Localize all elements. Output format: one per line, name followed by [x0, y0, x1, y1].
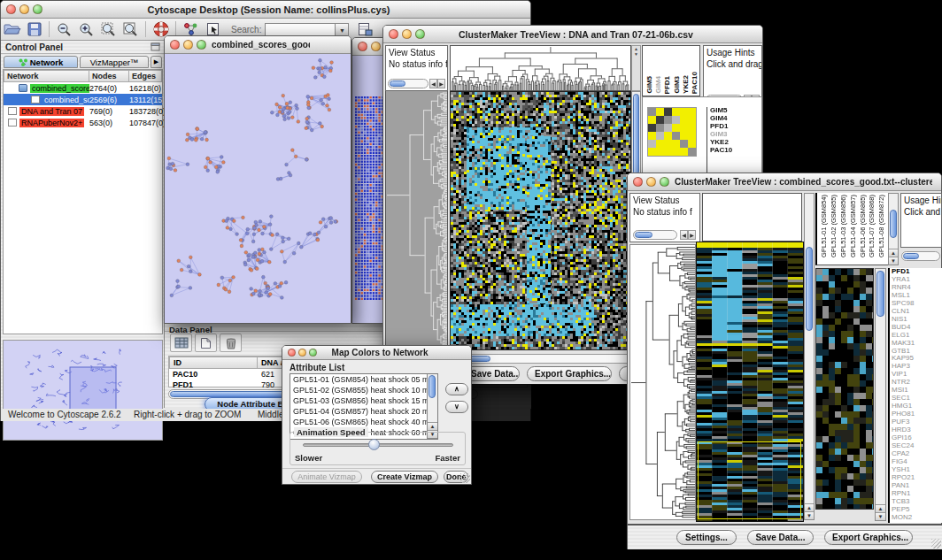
zoom-selected-button[interactable] [97, 20, 120, 39]
zoom-heatmap-cell[interactable] [648, 116, 656, 124]
delete-attribute-button[interactable] [220, 334, 242, 352]
tab-vizmapper[interactable]: VizMapper™ [80, 56, 149, 68]
array-label[interactable]: PFD1 [663, 76, 671, 94]
zoom-heatmap-cell[interactable] [664, 124, 672, 132]
zoom-gene-label[interactable]: PAC10 [710, 147, 732, 155]
zoom-heatmap-cell[interactable] [688, 124, 696, 132]
network-row[interactable]: combined_scores 2764(0) 16218(0) [4, 82, 162, 94]
scrollbar-thumb[interactable] [890, 210, 897, 238]
column-dendrogram-canvas[interactable] [451, 46, 630, 90]
zoom-heatmap-cell[interactable] [664, 132, 672, 140]
zoom-heatmap-cell[interactable] [672, 148, 680, 156]
network-overview-canvas[interactable] [4, 341, 162, 440]
network-row[interactable]: RNAPuberNov2+ 563(0) 107847(0) [4, 117, 162, 128]
save-session-button[interactable] [23, 20, 45, 39]
zoom-button[interactable] [33, 4, 42, 14]
heatmap-canvas[interactable] [697, 242, 803, 521]
minimize-button[interactable] [646, 177, 656, 187]
zoom-heatmap-cell[interactable] [656, 124, 664, 132]
list-vscrollbar[interactable]: ▲ ▼ [427, 374, 437, 439]
zoom-heatmap-cell[interactable] [656, 108, 664, 116]
scroll-right-icon[interactable]: ▶ [437, 79, 445, 88]
row-dendrogram-canvas[interactable] [630, 245, 695, 519]
open-session-button[interactable] [1, 20, 23, 39]
zoom-heatmap-cell[interactable] [664, 116, 672, 124]
close-button[interactable] [288, 349, 296, 357]
zoom-heatmap-cell[interactable] [656, 140, 664, 148]
array-label[interactable]: GIM3 [673, 76, 681, 94]
zoom-fit-button[interactable] [120, 20, 142, 39]
labels-vscrollbar[interactable]: ▲ ▼ [888, 193, 899, 265]
heatmap-canvas[interactable] [451, 92, 630, 349]
view-status-hscrollbar[interactable] [633, 230, 677, 240]
zoom-heatmap-cell[interactable] [680, 116, 688, 124]
zoom-in-button[interactable] [75, 20, 97, 39]
zoom-heatmap-cell[interactable] [672, 116, 680, 124]
attribute-item[interactable]: GPL51-02 (GSM855) heat shock 10 min [290, 385, 437, 395]
attribute-item[interactable]: GPL51-01 (GSM854) heat shock 05 min [290, 374, 437, 385]
slider-thumb[interactable] [368, 439, 380, 450]
scrollbar-thumb[interactable] [806, 247, 813, 331]
search-input[interactable] [265, 23, 336, 36]
minimize-button[interactable] [183, 40, 193, 50]
animate-vizmap-button[interactable]: Animate Vizmap [291, 471, 362, 483]
zoom-heatmap-cell[interactable] [688, 108, 696, 116]
column-header-edges[interactable]: Edges [129, 70, 162, 82]
zoom-heatmap-cell[interactable] [656, 116, 664, 124]
resize-grip[interactable] [460, 473, 470, 483]
heatmap-vscrollbar[interactable]: ▲ ▼ [804, 193, 815, 520]
scroll-up-icon[interactable]: ▲ [428, 422, 437, 430]
zoom-heatmap-cell[interactable] [648, 132, 656, 140]
close-button[interactable] [633, 177, 643, 187]
tab-network[interactable]: Network [4, 56, 78, 68]
column-header-nodes[interactable]: Nodes [89, 70, 129, 82]
scroll-down-icon[interactable]: ▼ [876, 512, 885, 520]
array-label[interactable]: GIM4 [654, 76, 662, 94]
export-graphics-button[interactable]: Export Graphics... [824, 530, 913, 545]
array-label[interactable]: GPL51-04 (GSM857) [849, 195, 859, 257]
minimize-button[interactable] [402, 29, 412, 39]
scroll-down-icon[interactable]: ▼ [805, 511, 814, 519]
move-down-button[interactable]: ∨ [445, 401, 468, 413]
column-header-network[interactable]: Network [4, 70, 89, 82]
zoom-heatmap-cell[interactable] [664, 140, 672, 148]
zoom-heatmap-cell[interactable] [672, 124, 680, 132]
zoom-heatmap-cell[interactable] [664, 148, 672, 156]
array-label[interactable]: PAC10 [691, 72, 699, 94]
close-button[interactable] [170, 40, 180, 50]
network-title-bar[interactable]: combined_scores_good.txt--cluste... [165, 36, 351, 54]
search-dropdown-button[interactable]: ▼ [336, 23, 349, 36]
zoom-heatmap-cell[interactable] [672, 108, 680, 116]
export-graphics-button[interactable]: Export Graphics... [527, 366, 612, 381]
close-button[interactable] [6, 4, 16, 14]
save-data-button[interactable]: Save Data... [747, 530, 814, 545]
zoom-vscrollbar[interactable]: ▲ ▼ [875, 268, 886, 521]
array-label[interactable]: GPL51-01 (GSM854) [820, 195, 830, 257]
zoom-button[interactable] [309, 349, 317, 357]
zoom-heatmap-cell[interactable] [688, 132, 696, 140]
array-label[interactable]: GIM5 [645, 76, 653, 94]
zoom-heatmap-cell[interactable] [680, 108, 688, 116]
zoom-heatmap-canvas[interactable] [816, 269, 873, 509]
zoom-heatmap-cell[interactable] [680, 148, 688, 156]
network-row[interactable]: DNA and Tran 07 769(0) 183728(0) [4, 105, 162, 117]
close-button[interactable] [358, 42, 367, 51]
resize-grip[interactable] [931, 539, 941, 548]
zoom-button[interactable] [415, 29, 425, 39]
attribute-browser-button[interactable] [354, 20, 376, 39]
scrollbar-thumb[interactable] [390, 81, 405, 87]
minimize-button[interactable] [19, 4, 29, 14]
scroll-left-icon[interactable]: ◀ [680, 230, 688, 240]
attribute-item[interactable]: GPL51-03 (GSM856) heat shock 15 min [290, 395, 437, 406]
move-up-button[interactable]: ∧ [445, 383, 468, 395]
array-label[interactable]: GPL51-03 (GSM856) [839, 195, 849, 257]
scroll-right-icon[interactable]: ▶ [688, 230, 696, 240]
zoom-heatmap-cell[interactable] [688, 140, 696, 148]
network-canvas[interactable] [165, 54, 351, 323]
row-dendrogram-canvas[interactable] [386, 91, 447, 349]
scroll-down-icon[interactable]: ▼ [889, 257, 898, 265]
zoom-heatmap[interactable] [647, 107, 697, 157]
tab-overflow-button[interactable]: ▶ [151, 56, 162, 68]
array-label[interactable]: GPL51-06 (GSM865) [859, 195, 869, 257]
scrollbar-thumb[interactable] [429, 375, 436, 398]
